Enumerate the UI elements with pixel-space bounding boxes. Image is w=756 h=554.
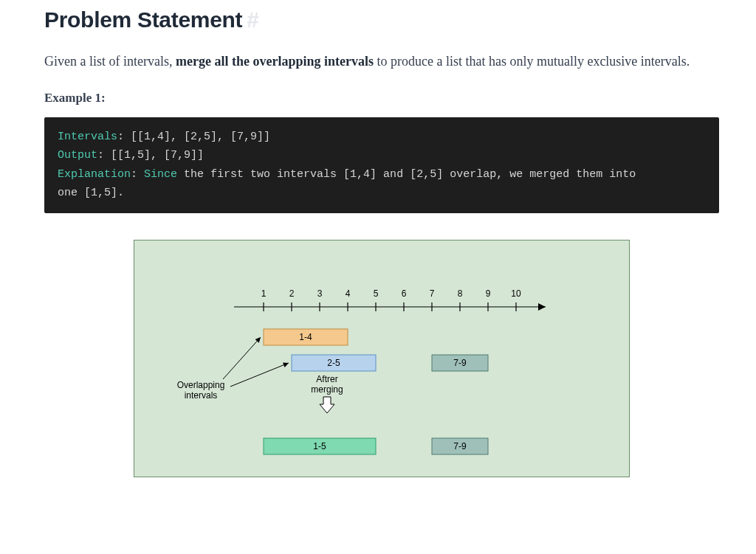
down-arrow-icon: [320, 397, 334, 413]
svg-marker-1: [538, 303, 546, 311]
problem-description: Given a list of intervals, merge all the…: [44, 50, 719, 73]
code-line4: one [1,5].: [58, 187, 124, 199]
intervals-diagram: 123456789101-42-57-9Overlappingintervals…: [134, 240, 630, 477]
axis-tick-label: 4: [346, 288, 351, 299]
example-label: Example 1:: [44, 91, 719, 105]
interval-bar-label: 1-5: [313, 441, 326, 451]
interval-bar-label: 7-9: [453, 358, 467, 368]
axis-tick-label: 5: [374, 288, 379, 299]
axis-tick-label: 6: [402, 288, 407, 299]
axis-tick-label: 10: [511, 288, 521, 299]
heading-anchor-icon[interactable]: #: [247, 7, 258, 32]
code-rest: the first two intervals [1,4] and [2,5] …: [184, 168, 636, 181]
axis-tick-label: 3: [317, 288, 323, 299]
axis-tick-label: 1: [261, 288, 267, 299]
axis-tick-label: 9: [486, 288, 491, 299]
caption-after-merging: merging: [311, 384, 343, 395]
axis-tick-label: 2: [289, 288, 295, 299]
svg-line-12: [223, 337, 261, 379]
code-kw-explanation: Explanation: [58, 168, 131, 181]
axis-tick-label: 8: [458, 288, 463, 299]
axis-tick-label: 7: [430, 288, 435, 299]
code-lead: Since: [144, 168, 177, 181]
code-val-intervals: [[1,4], [2,5], [7,9]]: [131, 131, 270, 143]
desc-prefix: Given a list of intervals,: [44, 54, 176, 69]
interval-bar-label: 1-4: [299, 332, 312, 342]
caption-overlapping: Overlapping: [177, 380, 225, 390]
desc-bold: merge all the overlapping intervals: [176, 54, 374, 69]
desc-suffix: to produce a list that has only mutually…: [374, 54, 690, 69]
code-block: Intervals: [[1,4], [2,5], [7,9]] Output:…: [44, 117, 719, 213]
code-val-output: [[1,5], [7,9]]: [111, 149, 204, 162]
caption-overlapping: intervals: [185, 390, 218, 401]
heading-text: Problem Statement: [44, 7, 242, 32]
section-heading: Problem Statement#: [44, 7, 719, 32]
interval-bar-label: 2-5: [327, 358, 340, 368]
svg-line-14: [230, 363, 289, 387]
code-kw-intervals: Intervals: [58, 131, 117, 143]
interval-bar-label: 7-9: [453, 441, 467, 451]
caption-after-merging: Aftrer: [316, 374, 337, 384]
code-kw-output: Output: [58, 149, 97, 162]
